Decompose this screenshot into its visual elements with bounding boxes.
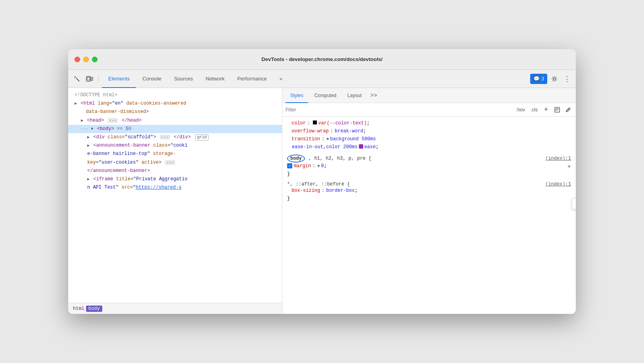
svg-rect-3 bbox=[76, 77, 76, 77]
style-rule-block: ☐ color : var(--color-text); ☐ overflow-… bbox=[282, 120, 576, 153]
add-property-button[interactable]: + bbox=[567, 163, 571, 170]
list-item[interactable]: ▶ <div class="scaffold"> ··· </div> grid bbox=[68, 133, 282, 141]
filter-actions: :hov .cls + bbox=[514, 105, 573, 114]
minimize-button[interactable] bbox=[83, 57, 89, 62]
svg-rect-11 bbox=[556, 109, 559, 109]
edit-icon[interactable] bbox=[359, 144, 363, 149]
svg-rect-2 bbox=[75, 77, 75, 78]
dom-tree: <!DOCTYPE html> ▶ <html lang="en" data-c… bbox=[68, 88, 282, 303]
cls-button[interactable]: .cls bbox=[529, 106, 539, 113]
styles-content: ☐ color : var(--color-text); ☐ overflow-… bbox=[282, 117, 576, 314]
list-item[interactable]: ▶ <head> ··· </head> bbox=[68, 117, 282, 125]
breadcrumb-html[interactable]: html bbox=[73, 306, 84, 311]
tab-more[interactable]: » bbox=[273, 70, 289, 88]
close-button[interactable] bbox=[75, 57, 80, 62]
svg-rect-7 bbox=[87, 77, 90, 80]
filter-input[interactable] bbox=[286, 107, 511, 113]
style-property-row: ☐ transition : ▶ background 500ms bbox=[282, 136, 576, 144]
svg-rect-4 bbox=[75, 78, 75, 78]
list-item[interactable]: n API Test" src="https://shared-s bbox=[68, 183, 282, 192]
devtools-window: DevTools - developer.chrome.com/docs/dev… bbox=[68, 49, 576, 314]
styles-panel: Styles Computed Layout >> :hov .cls + bbox=[282, 88, 576, 314]
list-item[interactable]: ▶ <iframe title="Private Aggregatio bbox=[68, 175, 282, 183]
breadcrumb: html body bbox=[68, 303, 282, 314]
window-title: DevTools - developer.chrome.com/docs/dev… bbox=[261, 56, 382, 62]
main-content: <!DOCTYPE html> ▶ <html lang="en" data-c… bbox=[68, 88, 576, 314]
elements-panel: <!DOCTYPE html> ▶ <html lang="en" data-c… bbox=[68, 88, 282, 314]
rule-header: *, ::after, ::before { (index):1 bbox=[282, 181, 576, 188]
style-property-row: ✓ margin : ▶ 0; + bbox=[282, 163, 576, 171]
style-property-row: ☐ overflow-wrap : break-word; bbox=[282, 128, 576, 136]
breadcrumb-body[interactable]: body bbox=[86, 306, 102, 312]
right-tab-more[interactable]: >> bbox=[368, 92, 380, 99]
inspect-icon[interactable] bbox=[71, 73, 82, 84]
titlebar: DevTools - developer.chrome.com/docs/dev… bbox=[68, 49, 576, 70]
tab-computed[interactable]: Computed bbox=[310, 88, 341, 103]
tab-layout[interactable]: Layout bbox=[343, 88, 366, 103]
style-rule-close: } bbox=[282, 171, 576, 179]
svg-point-9 bbox=[553, 78, 556, 80]
list-item[interactable]: <!DOCTYPE html> bbox=[68, 91, 282, 99]
right-panel-tabs: Styles Computed Layout >> bbox=[282, 88, 576, 103]
style-property-row: ☐ color : var(--color-text); bbox=[282, 120, 576, 128]
checkbox-checked[interactable]: ✓ bbox=[287, 163, 292, 168]
source-link[interactable]: (index):1 bbox=[545, 156, 571, 161]
specificity-tooltip: Specificity: (0,0,1) bbox=[572, 198, 576, 209]
hov-button[interactable]: :hov bbox=[514, 106, 527, 113]
new-style-rule-icon[interactable] bbox=[553, 105, 562, 114]
svg-rect-8 bbox=[91, 77, 93, 80]
style-rule-close: } bbox=[282, 196, 576, 204]
svg-rect-0 bbox=[75, 76, 75, 77]
device-mode-icon[interactable] bbox=[84, 73, 95, 84]
styles-filter-bar: :hov .cls + bbox=[282, 103, 576, 117]
element-style-icon[interactable] bbox=[564, 105, 573, 114]
body-selector: body bbox=[287, 155, 305, 162]
style-property-row: ease-in-out,color 200ms ease; bbox=[282, 144, 576, 152]
list-item[interactable]: e-banner hairline-top" storage- bbox=[68, 150, 282, 158]
main-toolbar: Elements Console Sources Network Perform… bbox=[68, 70, 576, 88]
toolbar-right: 💬 3 ⋮ bbox=[530, 73, 573, 84]
tab-elements[interactable]: Elements bbox=[102, 70, 136, 88]
add-style-button[interactable]: + bbox=[542, 105, 550, 114]
svg-rect-12 bbox=[556, 110, 558, 111]
source-link[interactable]: (index):1 bbox=[545, 182, 571, 187]
tab-sources[interactable]: Sources bbox=[168, 70, 199, 88]
traffic-lights bbox=[75, 57, 98, 62]
tab-console[interactable]: Console bbox=[136, 70, 168, 88]
list-item[interactable]: ▶ <html lang="en" data-cookies-answered bbox=[68, 99, 282, 108]
issues-badge[interactable]: 💬 3 bbox=[530, 74, 547, 84]
list-item[interactable]: data-banner-dismissed> bbox=[68, 108, 282, 116]
list-item[interactable]: key="user-cookies" active> ··· bbox=[68, 159, 282, 167]
expand-icon[interactable]: ▶ bbox=[318, 163, 320, 168]
color-swatch[interactable] bbox=[313, 120, 317, 124]
style-rule-block: body , h1, h2, h3, p, pre { (index):1 ✓ … bbox=[282, 153, 576, 180]
toolbar-divider bbox=[98, 75, 99, 83]
tab-styles[interactable]: Styles bbox=[286, 88, 308, 103]
maximize-button[interactable] bbox=[92, 57, 98, 62]
rule-header: body , h1, h2, h3, p, pre { (index):1 bbox=[282, 154, 576, 163]
settings-icon[interactable] bbox=[549, 73, 560, 84]
svg-line-5 bbox=[76, 78, 79, 81]
style-rule-block: *, ::after, ::before { (index):1 ☐ box-s… bbox=[282, 180, 576, 204]
more-menu-button[interactable]: ⋮ bbox=[562, 73, 573, 84]
tab-performance[interactable]: Performance bbox=[231, 70, 273, 88]
expand-icon[interactable]: ▶ bbox=[327, 136, 329, 141]
issues-icon: 💬 bbox=[533, 76, 540, 82]
list-item[interactable]: ▶ <announcement-banner class="cooki bbox=[68, 141, 282, 150]
main-tabs: Elements Console Sources Network Perform… bbox=[102, 70, 529, 88]
list-item[interactable]: ··· ▼ <body> == $0 bbox=[68, 125, 282, 133]
style-property-row: ☐ box-sizing : border-box; bbox=[282, 188, 576, 196]
tab-network[interactable]: Network bbox=[199, 70, 231, 88]
svg-rect-1 bbox=[75, 76, 76, 77]
list-item[interactable]: </announcement-banner> bbox=[68, 167, 282, 175]
